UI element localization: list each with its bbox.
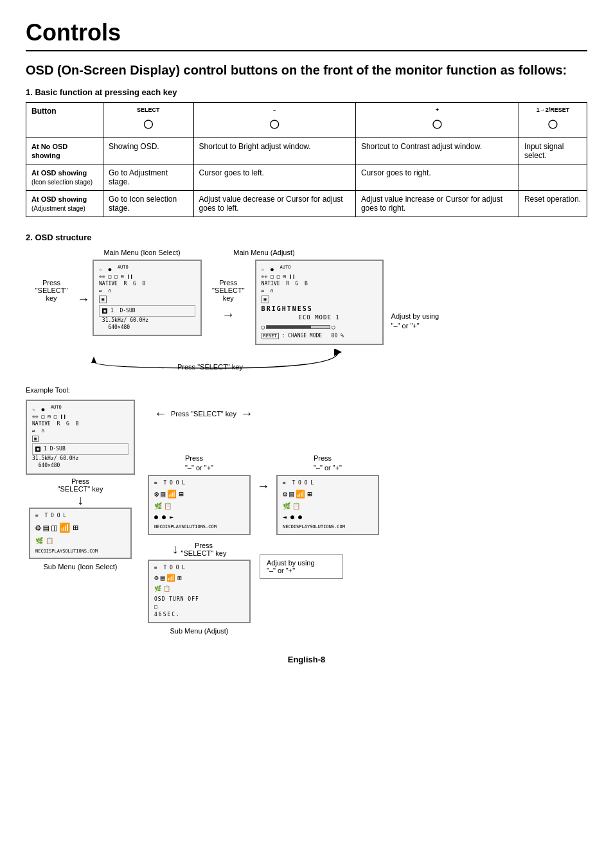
main-screen-1: ☆ ● AUTO ❊❊ □ □ ⊟ ❙❙ NATIVE R G B ⇌ ∩ ▣ … (93, 260, 202, 336)
section2-title: 2. OSD structure (26, 233, 587, 242)
main-menu-icon-select-label: Main Menu (Icon Select) (103, 249, 180, 256)
row2-label: At OSD showing (31, 169, 87, 177)
row2-col4 (519, 164, 587, 191)
press-select-sub: Press "SELECT" key (181, 542, 227, 557)
row1-col4: Input signal select. (519, 138, 587, 164)
table-row: At OSD showing (Adjustment stage) Go to … (26, 191, 587, 217)
sub-menu-adjust-label: Sub Menu (Adjust) (170, 627, 228, 635)
svg-marker-0 (91, 357, 96, 363)
press-select-key-1: Press "SELECT" key (35, 279, 68, 302)
adjust-by-using-box: Adjust by using "–" or "+" (260, 554, 343, 579)
row3-col3: Adjust value increase or Cursor for adju… (355, 191, 519, 217)
tool-screen-1: ≡ T O O L ⚙▤◫📶⊞ 🌿📋 NECDISPLAYSOLUTIONS.C… (29, 508, 132, 560)
row3-sublabel: (Adjustment stage) (31, 205, 85, 212)
press-select-key-2: Press "SELECT" key (212, 279, 245, 302)
press-select-right: Press "SELECT" key (171, 410, 236, 418)
title-divider (26, 50, 587, 51)
arrow-right-example: → (240, 406, 253, 421)
row3-col2: Adjust value decrease or Cursor for adju… (193, 191, 355, 217)
subtitle: OSD (On-Screen Display) control buttons … (26, 62, 587, 78)
row1-label: At No OSD showing (31, 143, 67, 159)
osd-structure-diagram: Main Menu (Icon Select) Main Menu (Adjus… (26, 247, 587, 635)
page-title: Controls (26, 19, 587, 46)
row2-sublabel: (Icon selection stage) (31, 179, 93, 186)
plus-symbol: ○ (361, 113, 513, 134)
table-row: At No OSD showing Showing OSD. Shortcut … (26, 138, 587, 164)
controls-table: Button SELECT ○ – ○ + ○ 1→2/RESET ○ At N… (26, 102, 587, 217)
table-header-button: Button (26, 103, 103, 138)
table-row: At OSD showing (Icon selection stage) Go… (26, 164, 587, 191)
row3-col1: Go to Icon selection stage. (103, 191, 194, 217)
reset-symbol: ○ (524, 113, 582, 134)
adjust-by-using-label: Adjust by using "–" or "+" (391, 312, 440, 330)
row3-col4: Reset operation. (519, 191, 587, 217)
table-header-minus: – ○ (193, 103, 355, 138)
press-minus-plus-2: Press "–" or "+" (314, 454, 342, 472)
button-label: Button (31, 107, 57, 116)
select-symbol: ○ (109, 113, 188, 134)
table-header-select: SELECT ○ (103, 103, 194, 138)
row2-col1: Go to Adjustment stage. (103, 164, 194, 191)
row1-col2: Shortcut to Bright adjust window. (193, 138, 355, 164)
adjust-by-using-2: Adjust by using "–" or "+" (267, 559, 315, 574)
tool-screen-3: ≡ T O O L ⚙▤📶⊞ 🌿📋 ◄ ● ● NECDISPLAYSOLUTI… (276, 475, 379, 535)
row1-col1: Showing OSD. (103, 138, 194, 164)
section1-title: 1. Basic function at pressing each key (26, 87, 587, 97)
arrow-right-3: → (257, 479, 270, 493)
arrow-right-1: → (77, 292, 90, 306)
press-select-example: Press "SELECT" key (58, 477, 103, 493)
arrow-right-2: → (222, 307, 235, 321)
row2-col2: Cursor goes to left. (193, 164, 355, 191)
sub-menu-icon-label: Sub Menu (Icon Select) (44, 563, 118, 571)
arrow-down-sub: ↓ (172, 542, 179, 556)
example-main-screen: ☆ ● AUTO ❊❊ □ ⊟ □ ❙❙ NATIVE R G B ⇌ ∩ ▣ … (26, 400, 135, 474)
row1-col3: Shortcut to Contrast adjust window. (355, 138, 519, 164)
main-screen-2: ☆ ● AUTO ❊❊ □ □ ⊟ ❙❙ NATIVE R G B ⇌ ∩ ▣ … (255, 260, 384, 345)
arrow-left-example: ← (154, 406, 167, 421)
tool-screen-2: ≡ T O O L ⚙▤📶⊞ 🌿📋 ● ● ► NECDISPLAYSOLUTI… (148, 475, 251, 535)
row3-label: At OSD showing (31, 195, 87, 203)
tool-screen-4: ≡ T O O L ⚙▤📶⊞ 🌿📋 OSD TURN OFF □ 46SEC. (148, 560, 251, 623)
arrow-down-1: ↓ (77, 493, 84, 508)
row2-col3: Cursor goes to right. (355, 164, 519, 191)
table-header-reset: 1→2/RESET ○ (519, 103, 587, 138)
main-menu-adjust-label: Main Menu (Adjust) (233, 249, 294, 256)
minus-symbol: ○ (199, 113, 350, 134)
footer-text: English-8 (26, 655, 587, 664)
table-header-plus: + ○ (355, 103, 519, 138)
press-minus-plus-1: Press "–" or "+" (185, 454, 213, 472)
example-tool-label: Example Tool: (26, 386, 70, 394)
